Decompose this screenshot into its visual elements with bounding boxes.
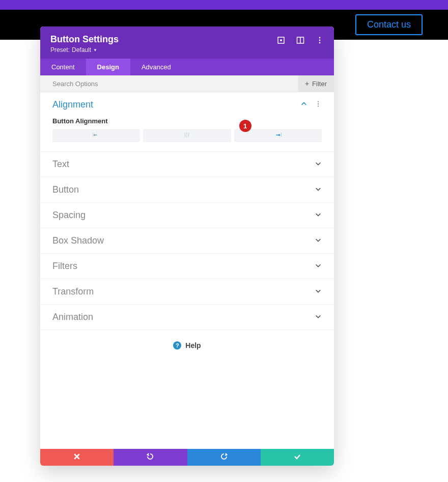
align-right-icon xyxy=(273,131,283,140)
section-head-button[interactable]: Button xyxy=(40,177,334,202)
section-title: Text xyxy=(52,159,69,170)
align-center-icon xyxy=(182,131,191,140)
section-transform: Transform xyxy=(40,279,334,305)
layout-icon[interactable] xyxy=(296,36,304,44)
redo-icon xyxy=(220,452,228,462)
search-input[interactable] xyxy=(40,75,298,92)
svg-point-6 xyxy=(319,42,321,44)
check-icon xyxy=(293,452,301,462)
caret-down-icon: ▼ xyxy=(93,48,97,52)
chevron-down-icon xyxy=(315,210,322,221)
section-box-shadow: Box Shadow xyxy=(40,228,334,254)
alignment-options: 1 xyxy=(52,129,322,142)
align-left-button[interactable] xyxy=(52,129,140,142)
modal-header-actions xyxy=(277,34,324,44)
chevron-down-icon xyxy=(315,184,322,195)
section-head-animation[interactable]: Animation xyxy=(40,305,334,330)
modal-footer xyxy=(40,449,334,466)
section-head-box-shadow[interactable]: Box Shadow xyxy=(40,228,334,253)
modal-title-block: Button Settings Preset: Default ▼ xyxy=(50,34,119,53)
redo-button[interactable] xyxy=(187,449,261,466)
section-button: Button xyxy=(40,177,334,203)
save-button[interactable] xyxy=(261,449,334,466)
field-label-button-alignment: Button Alignment xyxy=(52,117,322,125)
chevron-down-icon xyxy=(315,286,322,297)
help-label: Help xyxy=(185,341,201,350)
tabs: Content Design Advanced xyxy=(40,59,334,75)
section-head-transform[interactable]: Transform xyxy=(40,279,334,304)
align-center-button[interactable] xyxy=(143,129,231,142)
svg-point-8 xyxy=(318,103,319,104)
more-icon[interactable] xyxy=(316,36,324,44)
preset-prefix: Preset: xyxy=(50,46,70,53)
section-body-alignment: Button Alignment xyxy=(40,117,334,151)
section-title: Spacing xyxy=(52,210,86,221)
search-bar: + Filter xyxy=(40,75,334,92)
content-scroll[interactable]: Alignment Button Alignment xyxy=(40,92,334,449)
section-title: Alignment xyxy=(52,99,93,110)
section-spacing: Spacing xyxy=(40,203,334,228)
section-more-icon[interactable] xyxy=(315,99,322,110)
close-icon xyxy=(73,452,81,462)
align-left-icon xyxy=(92,131,101,140)
filter-button[interactable]: + Filter xyxy=(298,75,334,92)
section-animation: Animation xyxy=(40,305,334,330)
preset-value: Default xyxy=(72,46,91,53)
section-filters: Filters xyxy=(40,254,334,279)
section-head-text[interactable]: Text xyxy=(40,152,334,177)
tab-design[interactable]: Design xyxy=(86,59,130,75)
plus-icon: + xyxy=(305,80,309,87)
section-alignment: Alignment Button Alignment xyxy=(40,92,334,152)
chevron-down-icon xyxy=(315,159,322,170)
chevron-down-icon xyxy=(315,261,322,272)
section-text: Text xyxy=(40,152,334,177)
section-title: Transform xyxy=(52,286,94,297)
modal-header: Button Settings Preset: Default ▼ xyxy=(40,26,334,59)
undo-icon xyxy=(146,452,154,462)
section-head-filters[interactable]: Filters xyxy=(40,254,334,279)
section-title: Filters xyxy=(52,261,77,272)
contact-us-button[interactable]: Contact us xyxy=(355,14,423,35)
svg-point-9 xyxy=(318,105,319,106)
chevron-up-icon xyxy=(300,99,307,110)
svg-point-7 xyxy=(318,101,319,102)
preset-dropdown[interactable]: Preset: Default ▼ xyxy=(50,46,119,53)
section-title: Button xyxy=(52,184,79,195)
svg-point-4 xyxy=(319,37,321,39)
chevron-down-icon xyxy=(315,235,322,246)
modal-title: Button Settings xyxy=(50,34,119,45)
tab-content[interactable]: Content xyxy=(40,59,86,75)
top-purple-bar xyxy=(0,0,448,10)
undo-button[interactable] xyxy=(114,449,187,466)
section-title: Box Shadow xyxy=(52,235,104,246)
section-head-alignment[interactable]: Alignment xyxy=(40,92,334,117)
responsive-icon[interactable] xyxy=(277,36,285,44)
chevron-down-icon xyxy=(315,312,322,323)
settings-modal: Button Settings Preset: Default ▼ Conten… xyxy=(40,26,334,466)
filter-label: Filter xyxy=(312,80,327,88)
discard-button[interactable] xyxy=(40,449,114,466)
help-icon: ? xyxy=(173,341,181,350)
callout-badge-1: 1 xyxy=(239,120,251,132)
section-head-spacing[interactable]: Spacing xyxy=(40,203,334,228)
svg-point-1 xyxy=(280,39,282,41)
help-link[interactable]: ? Help xyxy=(40,330,334,361)
svg-point-5 xyxy=(319,40,321,41)
section-title: Animation xyxy=(52,312,93,323)
tab-advanced[interactable]: Advanced xyxy=(130,59,182,75)
